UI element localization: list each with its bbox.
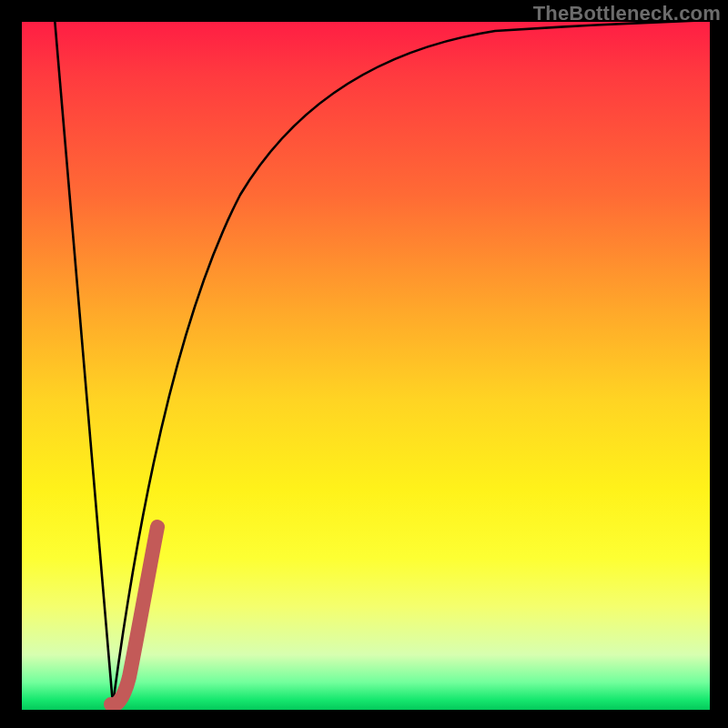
left-descent-line [55,22,113,704]
recovery-curve [113,22,710,704]
highlighted-segment [111,527,157,705]
plot-area [22,22,710,710]
chart-frame: TheBottleneck.com [0,0,728,728]
chart-curves [22,22,710,710]
